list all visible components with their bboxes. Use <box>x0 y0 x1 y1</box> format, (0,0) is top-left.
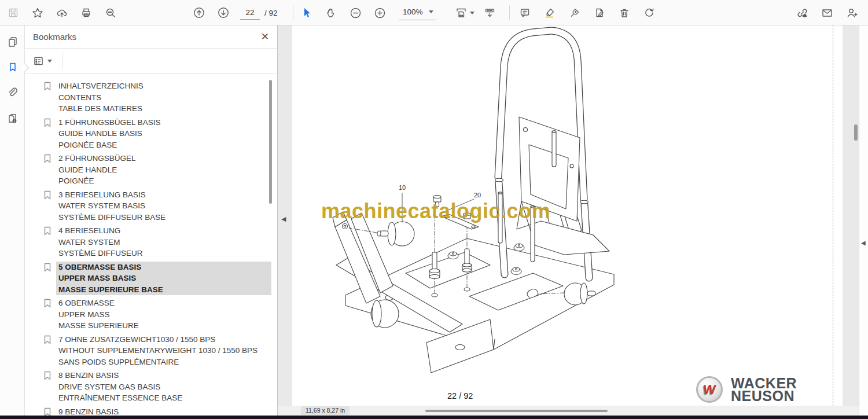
share-link-button[interactable] <box>792 3 812 23</box>
star-button[interactable] <box>28 3 47 23</box>
zoom-level-dropdown[interactable]: 100% <box>399 5 436 20</box>
person-add-icon <box>846 7 858 19</box>
bookmark-icon <box>43 263 53 274</box>
brand-wordmark: WACKER NEUSON <box>731 377 797 402</box>
horizontal-scrollbar-thumb[interactable] <box>425 410 608 412</box>
arrow-up-circle-icon <box>193 6 205 19</box>
zoom-in-button[interactable] <box>370 3 389 23</box>
bookmark-item[interactable]: 2 FÜHRUNGSBÜGELGUIDE HANDLEPOIGNÉE <box>43 153 278 187</box>
toolbar-divider <box>293 5 293 20</box>
cursor-icon <box>301 7 312 19</box>
attachments-button[interactable] <box>0 80 25 105</box>
bookmark-item[interactable]: 3 BERIESELUNG BASISWATER SYSTEM BASISSYS… <box>43 189 278 223</box>
bookmark-title-line: 7 OHNE ZUSATZGEWICHT1030 / 1550 BPS <box>58 334 269 346</box>
bookmark-title-line: WATER SYSTEM BASIS <box>58 200 269 212</box>
bookmark-title-line: MASSE SUPERIEURE BASE <box>58 284 269 296</box>
bookmark-title-line: 8 BENZIN BASIS <box>58 370 269 381</box>
bookmark-options-dropdown[interactable] <box>33 56 52 67</box>
chevron-down-icon <box>47 60 52 63</box>
bookmark-icon <box>43 82 53 93</box>
watermark-text: machinecatalogic.com <box>321 199 553 223</box>
sign-button[interactable] <box>565 3 584 23</box>
close-icon[interactable]: ✕ <box>261 32 269 42</box>
brand-monogram-circle: W <box>696 376 723 403</box>
document-viewport: ◀ <box>278 25 859 416</box>
edit-page-button[interactable] <box>590 3 609 23</box>
bookmark-title-line: GUIDE HANDLE BASIS <box>58 128 269 139</box>
bookmarks-list: INHALTSVERZEICHNISCONTENTSTABLE DES MATI… <box>25 74 278 416</box>
bookmark-item[interactable]: 7 OHNE ZUSATZGEWICHT1030 / 1550 BPSWITHO… <box>43 334 278 368</box>
bookmark-item[interactable]: 8 BENZIN BASISDRIVE SYSTEM GAS BASISENTR… <box>43 370 278 404</box>
print-button[interactable] <box>76 3 96 23</box>
page-number-input[interactable] <box>240 6 260 20</box>
bookmark-title-line: WITHOUT SUPPLEMENTARYWEIGHT 1030 / 1550 … <box>58 345 269 356</box>
brand-logo: W WACKER NEUSON <box>696 376 797 403</box>
bookmark-title-line: ENTRAÎNEMENT ESSENCE BASE <box>58 392 269 404</box>
callout-10-label: 10 <box>399 184 406 191</box>
delete-page-button[interactable] <box>615 3 634 23</box>
page-size-indicator: 11,69 x 8,27 in <box>301 406 350 415</box>
bookmark-icon <box>7 61 19 73</box>
bookmark-title-line: MASSE SUPERIEURE <box>58 320 269 332</box>
share-people-button[interactable] <box>842 3 862 23</box>
scroll-mode-button[interactable] <box>480 3 499 23</box>
highlight-button[interactable] <box>540 3 560 23</box>
bookmark-title-line: SYSTÈME DIFFUSEUR BASE <box>58 212 269 223</box>
bookmark-item[interactable]: 6 OBERMASSEUPPER MASSMASSE SUPERIEURE <box>43 297 278 332</box>
plus-circle-icon <box>374 7 386 19</box>
bookmark-title-line: CONTENTS <box>58 92 269 104</box>
page-thumbnails-button[interactable] <box>0 29 25 54</box>
page-number-footer: 22 / 92 <box>447 391 473 400</box>
cloud-upload-icon <box>56 7 68 19</box>
bookmark-title-line: 2 FÜHRUNGSBÜGEL <box>58 153 269 164</box>
bookmark-title-line: SYSTÈME DIFFUSEUR <box>58 248 269 259</box>
bookmark-icon <box>43 190 53 202</box>
page-edit-icon <box>594 7 605 19</box>
upload-button[interactable] <box>52 3 72 23</box>
comment-button[interactable] <box>515 3 535 23</box>
expand-tools-arrow[interactable]: ◀ <box>861 240 866 246</box>
select-tool-button[interactable] <box>297 3 317 23</box>
fit-width-icon <box>455 7 468 19</box>
document-info-button[interactable] <box>0 105 25 131</box>
vertical-scrollbar-thumb[interactable] <box>854 124 858 141</box>
bookmark-item[interactable]: 5 OBERMASSE BASISUPPER MASS BASISMASSE S… <box>43 262 278 296</box>
arrow-down-circle-icon <box>217 6 230 19</box>
bookmark-icon <box>43 407 53 416</box>
print-icon <box>80 7 92 19</box>
bookmark-item[interactable]: 9 BENZIN BASIS <box>43 406 278 416</box>
bookmark-title-line: 1 FÜHRUNGSBÜGEL BASIS <box>58 117 269 128</box>
brand-line2: NEUSON <box>731 389 797 402</box>
taskbar-edge <box>0 416 868 419</box>
bookmark-title-line: POIGNÉE <box>58 175 269 187</box>
previous-page-button[interactable] <box>189 3 209 23</box>
hand-tool-button[interactable] <box>321 3 341 23</box>
page-fit-dropdown[interactable] <box>452 3 477 23</box>
zoom-out-button[interactable] <box>345 3 365 23</box>
search-button[interactable] <box>101 3 120 23</box>
save-button[interactable] <box>3 3 23 23</box>
bookmark-item[interactable]: INHALTSVERZEICHNISCONTENTSTABLE DES MATI… <box>43 80 278 115</box>
next-page-button[interactable] <box>214 3 233 23</box>
bookmark-item[interactable]: 4 BERIESELUNGWATER SYSTEMSYSTÈME DIFFUSE… <box>43 225 278 259</box>
document-status-strip: 11,69 x 8,27 in <box>278 406 859 416</box>
options-divider <box>62 53 62 69</box>
paperclip-icon <box>7 87 19 98</box>
star-icon <box>32 7 43 19</box>
link-icon <box>796 7 808 19</box>
comment-icon <box>519 7 531 19</box>
crop-mark-line <box>833 25 833 406</box>
bookmark-title-line: INHALTSVERZEICHNIS <box>58 80 269 92</box>
bookmarks-scrollbar-thumb[interactable] <box>269 80 272 204</box>
rotate-page-button[interactable] <box>639 3 659 23</box>
bookmark-item[interactable]: 1 FÜHRUNGSBÜGEL BASISGUIDE HANDLE BASISP… <box>43 117 278 151</box>
chevron-down-icon <box>470 12 475 14</box>
email-button[interactable] <box>817 3 837 23</box>
bookmarks-panel-title: Bookmarks <box>33 32 76 42</box>
collapse-panel-arrow[interactable]: ◀ <box>281 215 286 223</box>
bookmark-icon <box>43 299 53 310</box>
bookmark-title-line: UPPER MASS <box>58 309 269 321</box>
pdf-page: 10 20 machinecatalogic.com 22 / 92 W WAC… <box>292 25 843 406</box>
bookmark-title-line: 4 BERIESELUNG <box>58 225 269 237</box>
bookmark-title-line: TABLE DES MATIERES <box>58 103 269 115</box>
